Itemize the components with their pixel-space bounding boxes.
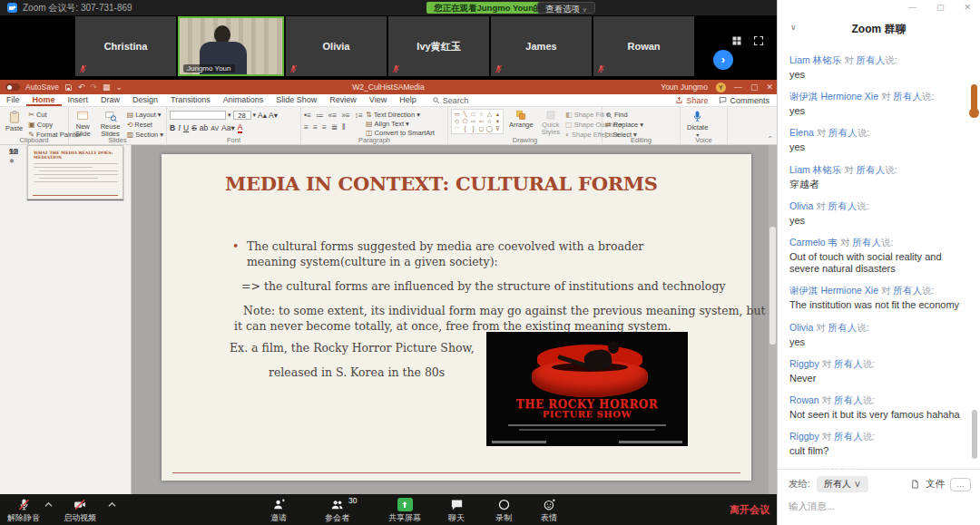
mic-options-chevron[interactable] [44, 501, 54, 508]
chat-message-list[interactable]: Liam 林铭乐对所有人说: yes 谢伊淇 Hermione Xie对所有人说… [778, 47, 973, 469]
share-button[interactable]: Share [675, 96, 708, 105]
animation-star-icon: ✶ [9, 158, 15, 165]
chat-more-button[interactable]: … [950, 478, 971, 491]
reactions-button[interactable]: 表情 [541, 498, 557, 524]
next-participants-button[interactable]: › [713, 50, 733, 70]
chat-button[interactable]: 聊天 [448, 498, 465, 524]
italic-button[interactable]: I [178, 123, 181, 132]
ppt-menu-tab[interactable]: Design [126, 94, 164, 106]
underline-button[interactable]: U [183, 123, 189, 132]
reuse-slides-button[interactable]: Reuse Slides [96, 109, 123, 140]
chat-minimize-button[interactable]: — [908, 3, 916, 12]
justify-button[interactable]: ≣ [331, 122, 338, 131]
start-video-button[interactable]: 启动视频 [64, 498, 96, 524]
grow-font-button[interactable]: A▴ [258, 111, 267, 120]
arrange-icon [515, 110, 526, 121]
layout-button[interactable]: ▤Layout ▾ [127, 111, 163, 119]
account-name[interactable]: Youn Jungmo [661, 83, 708, 92]
reset-button[interactable]: ⟲Reset [127, 121, 163, 129]
fullscreen-icon[interactable] [753, 35, 764, 46]
replace-button[interactable]: ⇄Replace ▾ [605, 121, 643, 129]
comments-button[interactable]: Comments [719, 96, 769, 105]
font-size-input[interactable]: 28 [233, 111, 251, 120]
ppt-menu-tab[interactable]: Transitions [164, 94, 217, 106]
columns-button[interactable]: ‖ [342, 122, 346, 131]
send-file-button[interactable]: 文件 [926, 478, 945, 491]
participant-tile[interactable]: James [491, 16, 592, 76]
text-direction-button[interactable]: ⇅Text Direction ▾ [366, 111, 435, 119]
shrink-font-button[interactable]: A▾ [269, 111, 278, 120]
participants-button[interactable]: 参会者 30 [325, 498, 349, 524]
gallery-view-icon[interactable] [731, 35, 742, 46]
align-left-button[interactable]: ≡ [304, 122, 309, 131]
participant-tile[interactable]: Olivia [286, 16, 387, 76]
ribbon-search[interactable]: Search [432, 96, 469, 105]
send-to-dropdown[interactable]: 所有人 ∨ [817, 476, 868, 492]
chat-scrollbar-thumb[interactable] [972, 410, 977, 459]
window-minimize-button[interactable]: — [734, 83, 742, 92]
font-name-input[interactable] [170, 111, 226, 120]
chat-message: 谢伊淇 Hermione Xie对所有人说: The institution w… [789, 285, 969, 311]
numbering-button[interactable]: ≔ [316, 111, 324, 120]
paste-button[interactable]: Paste [3, 109, 25, 133]
font-color-button[interactable]: A [238, 122, 243, 133]
ppt-workspace: 9 ✶ MEDIA IN CONTEXT: 2) INSTITUTION [0, 145, 777, 494]
ppt-menu-tab[interactable]: View [363, 94, 393, 106]
find-button[interactable]: Find [605, 111, 643, 119]
align-text-button[interactable]: ▤Align Text ▾ [366, 120, 435, 128]
align-center-button[interactable]: ≡ [313, 122, 318, 131]
invite-button[interactable]: 邀请 [270, 498, 287, 524]
decrease-indent-button[interactable]: «≡ [328, 111, 337, 120]
strikethrough-button[interactable]: S [191, 123, 197, 132]
ppt-menu-tab[interactable]: Animations [217, 94, 270, 106]
slide-note-text: Note: to some extent, its individual for… [234, 303, 769, 335]
leave-meeting-button[interactable]: 离开会议 [730, 503, 769, 517]
view-options-button[interactable]: 查看选项 ∨ [537, 2, 595, 14]
window-close-button[interactable]: ✕ [766, 83, 773, 92]
participant-tile[interactable]: Jungmo Youn [178, 16, 284, 76]
slides-group: New Slide Reuse Slides ▤Layout ▾ ⟲Reset … [69, 107, 167, 144]
ppt-menu-tab[interactable]: Help [393, 94, 423, 106]
shape-outline-icon: ▢ [565, 121, 573, 129]
bullets-button[interactable]: •≡ [304, 111, 311, 120]
account-avatar[interactable]: Y [716, 83, 726, 92]
arrange-button[interactable]: Arrange [506, 109, 536, 130]
video-options-chevron[interactable] [107, 501, 117, 508]
slide-scrollbar[interactable] [769, 145, 777, 494]
text-shadow-button[interactable]: ab [200, 123, 208, 132]
ppt-menu-tab[interactable]: Slide Show [270, 94, 323, 106]
dictate-button[interactable]: Dictate▾ [683, 109, 711, 139]
record-button[interactable]: 录制 [495, 498, 512, 524]
ppt-menu-tab[interactable]: Review [323, 94, 363, 106]
share-screen-button[interactable]: 共享屏幕 [388, 498, 421, 524]
quick-styles-button[interactable]: Quick Styles [539, 109, 563, 138]
participant-tile[interactable]: Christina [75, 16, 176, 76]
unmute-button[interactable]: 解除静音 [7, 498, 40, 524]
ppt-menu-tab[interactable]: Insert [62, 94, 95, 106]
chat-scrollbar-indicator[interactable] [971, 84, 977, 112]
char-spacing-button[interactable]: AV [211, 125, 219, 131]
cut-icon: ✂ [28, 111, 34, 119]
ppt-menu-tab[interactable]: File [0, 94, 26, 106]
bold-button[interactable]: B [170, 123, 175, 132]
collapse-ribbon-icon[interactable]: ⌃ [767, 135, 773, 143]
chat-close-button[interactable]: ✕ [964, 3, 971, 12]
change-case-button[interactable]: Aa▾ [221, 123, 235, 132]
chat-message-header: Elena对所有人说: [789, 127, 969, 140]
new-slide-button[interactable]: New Slide [72, 109, 93, 140]
increase-indent-button[interactable]: »≡ [341, 111, 350, 120]
shapes-gallery[interactable]: ▭╲□○△▴ ◇⬠⇨⇦☆▾ ◠{}◻◯⊽ [451, 109, 504, 134]
ppt-menu-tab[interactable]: Home [26, 94, 62, 106]
align-right-button[interactable]: ≡ [322, 122, 327, 131]
chat-message: Rowan对所有人说: Not seen it but its very fam… [789, 394, 969, 421]
ppt-menu-tab[interactable]: Draw [94, 94, 126, 106]
window-restore-button[interactable]: ▢ [750, 83, 759, 92]
chat-message-header: Riggby对所有人说: [789, 358, 969, 371]
participant-tile[interactable]: Ivy黄红玉 [388, 16, 489, 76]
font-group: ▾ 28▾ A▴ A▾ B I U S ab AV Aa▾ A [167, 107, 301, 144]
line-spacing-button[interactable]: ↕≡ [355, 111, 363, 120]
chat-message-input[interactable] [789, 501, 971, 511]
slide-thumbnail-card[interactable]: WHAT THE MEDIA REALLY DOES: MEDIATION [27, 145, 123, 199]
chat-maximize-button[interactable]: ▢ [936, 3, 945, 12]
participant-tile[interactable]: Rowan [593, 16, 694, 76]
